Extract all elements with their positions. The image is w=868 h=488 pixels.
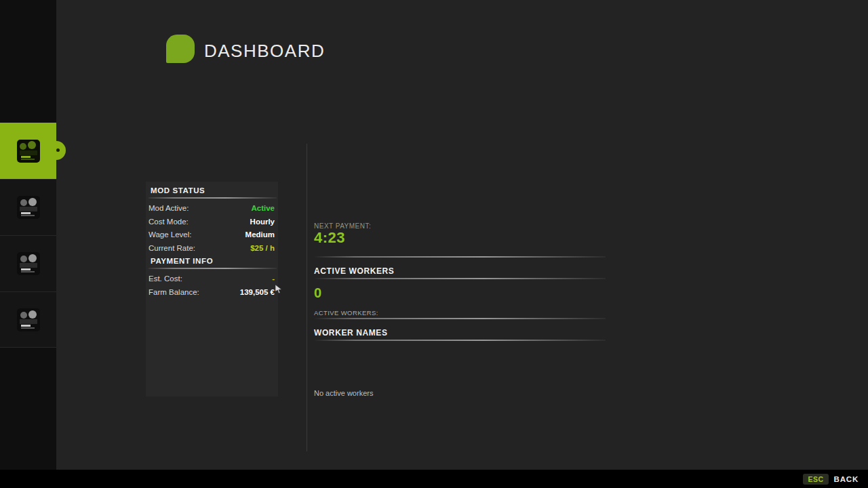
active-workers-sublabel: ACTIVE WORKERS: (314, 309, 606, 317)
workers-panel: NEXT PAYMENT: 4:23 ACTIVE WORKERS 0 ACTI… (314, 222, 606, 341)
cost-mode-row: Cost Mode: Hourly (146, 218, 278, 226)
mod-active-label: Mod Active: (149, 204, 189, 212)
separator (314, 256, 606, 258)
mod-thumbnail-icon (17, 252, 40, 275)
mod-logo-icon (166, 35, 195, 63)
current-rate-value: $25 / h (250, 244, 275, 252)
no-active-workers-message: No active workers (314, 389, 373, 397)
page-title: DASHBOARD (204, 41, 325, 62)
sidebar-tab-4[interactable] (0, 291, 56, 348)
farm-balance-value: 139,505 € (240, 288, 275, 296)
sidebar (0, 0, 56, 470)
current-rate-row: Current Rate: $25 / h (146, 244, 278, 252)
current-rate-label: Current Rate: (149, 244, 195, 252)
status-panel: MOD STATUS Mod Active: Active Cost Mode:… (146, 182, 278, 396)
separator (314, 340, 606, 341)
divider (149, 197, 277, 199)
divider (149, 268, 277, 269)
sidebar-tab-3[interactable] (0, 235, 56, 291)
worker-names-header: WORKER NAMES (314, 328, 606, 338)
next-payment-label: NEXT PAYMENT: (314, 222, 606, 230)
active-workers-count: 0 (314, 285, 606, 301)
farm-balance-row: Farm Balance: 139,505 € (146, 288, 278, 296)
mod-thumbnail-icon (17, 140, 40, 163)
sidebar-tab-2[interactable] (0, 179, 56, 235)
est-cost-label: Est. Cost: (149, 274, 182, 283)
esc-key-badge[interactable]: ESC (803, 474, 828, 485)
panel-divider (307, 144, 307, 451)
payment-info-header: PAYMENT INFO (151, 257, 275, 265)
mod-status-header: MOD STATUS (151, 186, 275, 195)
back-button[interactable]: BACK (834, 475, 859, 483)
wage-level-label: Wage Level: (149, 230, 192, 239)
active-workers-header: ACTIVE WORKERS (314, 266, 606, 276)
mouse-cursor-icon (275, 284, 283, 293)
separator (314, 318, 606, 319)
est-cost-value: - (272, 274, 275, 283)
selected-tab-bump-dot (56, 148, 60, 152)
mod-thumbnail-icon (17, 308, 40, 331)
next-payment-value: 4:23 (314, 230, 606, 245)
farm-balance-label: Farm Balance: (149, 288, 199, 296)
mod-active-row: Mod Active: Active (146, 204, 278, 212)
separator (314, 278, 606, 279)
mod-thumbnail-icon (17, 196, 40, 219)
mod-active-value: Active (251, 204, 275, 212)
cost-mode-value: Hourly (250, 218, 275, 226)
wage-level-value: Medium (245, 230, 275, 239)
wage-level-row: Wage Level: Medium (146, 230, 278, 239)
cost-mode-label: Cost Mode: (149, 218, 189, 226)
bottom-bar: ESC BACK (0, 470, 868, 488)
est-cost-row: Est. Cost: - (146, 274, 278, 283)
